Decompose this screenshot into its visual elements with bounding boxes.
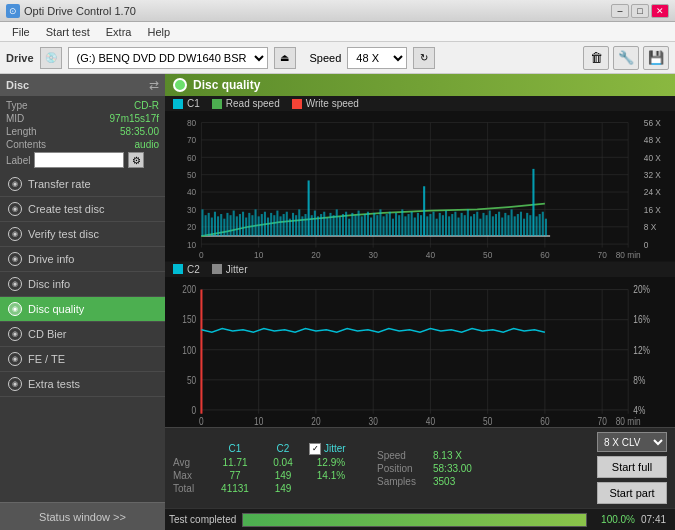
svg-text:16%: 16% <box>633 314 650 325</box>
svg-rect-137 <box>492 216 494 236</box>
speed-label: Speed <box>310 52 342 64</box>
cd-bier-label: CD Bier <box>28 328 67 340</box>
disc-info-panel: Type CD-R MID 97m15s17f Length 58:35.00 … <box>0 96 165 172</box>
svg-rect-46 <box>208 213 210 236</box>
menu-help[interactable]: Help <box>139 24 178 40</box>
svg-text:80 min: 80 min <box>616 250 641 261</box>
sidebar-item-fe-te[interactable]: ◉ FE / TE <box>0 347 165 372</box>
sidebar-item-disc-info[interactable]: ◉ Disc info <box>0 272 165 297</box>
svg-rect-129 <box>467 209 469 236</box>
progress-time: 07:41 <box>641 514 671 525</box>
drive-label: Drive <box>6 52 34 64</box>
svg-rect-155 <box>165 277 675 428</box>
refresh-button[interactable]: ↻ <box>413 47 435 69</box>
svg-rect-58 <box>245 218 247 237</box>
svg-text:4%: 4% <box>633 404 645 415</box>
svg-rect-79 <box>311 215 313 236</box>
speed-select[interactable]: 48 X <box>347 47 407 69</box>
svg-rect-52 <box>226 213 228 236</box>
drive-icon-btn[interactable]: 💿 <box>40 47 62 69</box>
drive-select[interactable]: (G:) BENQ DVD DD DW1640 BSRB <box>68 47 268 69</box>
sidebar-item-extra-tests[interactable]: ◉ Extra tests <box>0 372 165 397</box>
svg-rect-124 <box>451 214 453 236</box>
progress-percent: 100.0% <box>593 514 635 525</box>
svg-text:70: 70 <box>187 135 196 146</box>
samples-key: Samples <box>377 476 429 487</box>
svg-rect-93 <box>354 215 356 236</box>
close-button[interactable]: ✕ <box>651 4 669 18</box>
svg-text:20%: 20% <box>633 284 650 295</box>
sidebar-item-drive-info[interactable]: ◉ Drive info <box>0 247 165 272</box>
svg-rect-48 <box>214 212 216 236</box>
c2-label: C2 <box>187 264 200 275</box>
erase-button[interactable]: 🗑 <box>583 46 609 70</box>
svg-rect-122 <box>445 211 447 236</box>
extra-tests-label: Extra tests <box>28 378 80 390</box>
speed-value: 8.13 X <box>433 450 462 461</box>
menu-extra[interactable]: Extra <box>98 24 140 40</box>
sidebar-item-cd-bier[interactable]: ◉ CD Bier <box>0 322 165 347</box>
sidebar-nav: ◉ Transfer rate ◉ Create test disc ◉ Ver… <box>0 172 165 502</box>
disc-length-label: Length <box>6 126 37 137</box>
minimize-button[interactable]: – <box>611 4 629 18</box>
menu-start-test[interactable]: Start test <box>38 24 98 40</box>
disc-swap-icon[interactable]: ⇄ <box>149 78 159 92</box>
svg-rect-143 <box>511 209 513 236</box>
svg-rect-54 <box>233 211 235 236</box>
fe-te-label: FE / TE <box>28 353 65 365</box>
sidebar-item-create-test-disc[interactable]: ◉ Create test disc <box>0 197 165 222</box>
svg-rect-57 <box>242 212 244 236</box>
title-bar: ⊙ Opti Drive Control 1.70 – □ ✕ <box>0 0 675 22</box>
position-value: 58:33.00 <box>433 463 472 474</box>
total-c1: 41131 <box>213 483 257 494</box>
menu-file[interactable]: File <box>4 24 38 40</box>
svg-text:50: 50 <box>187 170 196 181</box>
maximize-button[interactable]: □ <box>631 4 649 18</box>
progress-fill <box>243 514 586 526</box>
start-part-button[interactable]: Start part <box>597 482 667 504</box>
read-label: Read speed <box>226 98 280 109</box>
position-key: Position <box>377 463 429 474</box>
svg-rect-89 <box>342 214 344 236</box>
disc-contents-label: Contents <box>6 139 46 150</box>
chart2-legend: C2 Jitter <box>165 262 675 277</box>
save-button[interactable]: 💾 <box>643 46 669 70</box>
svg-rect-145 <box>517 214 519 236</box>
svg-rect-55 <box>236 216 238 236</box>
svg-text:100: 100 <box>182 344 196 355</box>
eject-button[interactable]: ⏏ <box>274 47 296 69</box>
svg-rect-140 <box>501 218 503 237</box>
svg-rect-108 <box>401 209 403 236</box>
svg-rect-141 <box>504 213 506 236</box>
tools-button[interactable]: 🔧 <box>613 46 639 70</box>
svg-text:32 X: 32 X <box>644 170 661 181</box>
svg-rect-45 <box>205 215 207 236</box>
jitter-checkbox[interactable]: ✓ <box>309 443 321 455</box>
disc-label-gear[interactable]: ⚙ <box>128 152 144 168</box>
quality-icon <box>173 78 187 92</box>
status-window-button[interactable]: Status window >> <box>0 502 165 530</box>
sidebar-item-transfer-rate[interactable]: ◉ Transfer rate <box>0 172 165 197</box>
sidebar-item-disc-quality[interactable]: ◉ Disc quality <box>0 297 165 322</box>
svg-text:70: 70 <box>598 416 607 427</box>
start-full-button[interactable]: Start full <box>597 456 667 478</box>
disc-header: Disc ⇄ <box>0 74 165 96</box>
sidebar: Disc ⇄ Type CD-R MID 97m15s17f Length 58… <box>0 74 165 530</box>
legend-c1: C1 <box>173 98 200 109</box>
svg-rect-90 <box>345 212 347 236</box>
svg-rect-76 <box>301 216 303 236</box>
sidebar-item-verify-test-disc[interactable]: ◉ Verify test disc <box>0 222 165 247</box>
cd-bier-icon: ◉ <box>8 327 22 341</box>
svg-rect-99 <box>373 213 375 236</box>
svg-rect-104 <box>389 212 391 236</box>
svg-rect-94 <box>358 211 360 236</box>
disc-length-value: 58:35.00 <box>120 126 159 137</box>
svg-rect-98 <box>370 218 372 237</box>
disc-mid-value: 97m15s17f <box>110 113 159 124</box>
total-c2: 149 <box>261 483 305 494</box>
svg-rect-119 <box>436 219 438 236</box>
svg-rect-86 <box>333 215 335 236</box>
svg-rect-70 <box>283 214 285 236</box>
disc-label-input[interactable] <box>34 152 124 168</box>
speed-dropdown[interactable]: 8 X CLV <box>597 432 667 452</box>
